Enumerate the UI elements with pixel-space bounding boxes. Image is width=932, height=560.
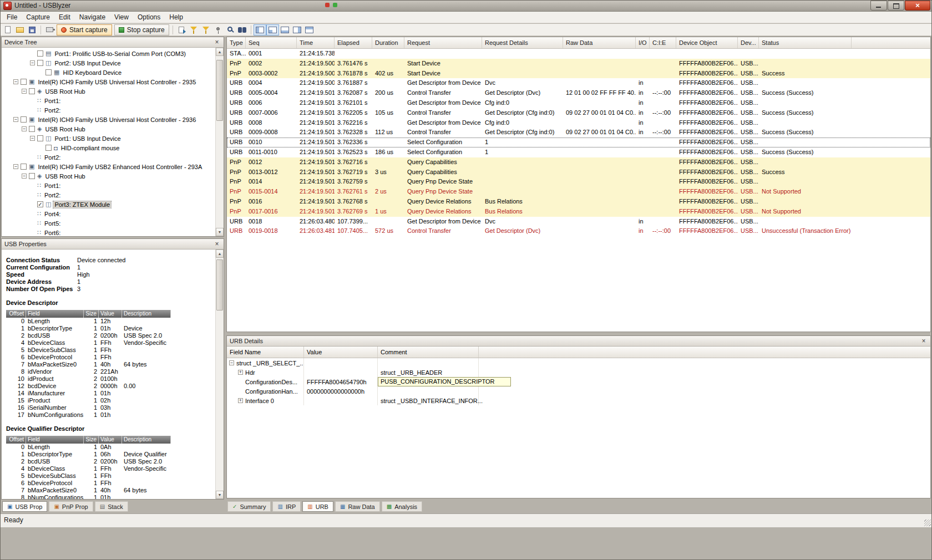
urb-expander-minus-icon[interactable]: −: [229, 360, 234, 365]
capture-row[interactable]: PnP0003-000221:24:19.5003.761878 s402 us…: [227, 69, 930, 79]
tree-expander-minus-icon[interactable]: −: [22, 89, 27, 94]
tab-stack[interactable]: ▤Stack: [95, 501, 128, 512]
maximize-button[interactable]: [888, 1, 904, 11]
usb-device-button[interactable]: [43, 24, 55, 35]
stop-capture-button[interactable]: Stop capture: [114, 24, 169, 35]
filter-button[interactable]: [200, 24, 212, 35]
menu-item-view[interactable]: View: [110, 12, 133, 23]
open-file-button[interactable]: [14, 24, 26, 35]
capture-row[interactable]: URB001821:26:03.480107.7399...Get Descri…: [227, 217, 930, 227]
column-header-status[interactable]: Status: [759, 37, 852, 48]
capture-row[interactable]: URB001021:24:19.5013.762336 sSelect Conf…: [227, 138, 930, 147]
tree-item-checkbox[interactable]: [29, 173, 35, 179]
capture-row[interactable]: URB000821:24:19.5013.762216 sGet Descrip…: [227, 118, 930, 128]
capture-row[interactable]: URB000421:24:19.5003.761887 sGet Descrip…: [227, 78, 930, 88]
tree-item[interactable]: ∷Port2:: [2, 152, 215, 162]
capture-row[interactable]: URB0005-000421:24:19.5013.762087 s200 us…: [227, 88, 930, 98]
column-header-duration[interactable]: Duration: [372, 37, 404, 48]
tree-item[interactable]: −◫Port1: USB Input Device: [2, 134, 215, 143]
tab-analysis[interactable]: ▩Analysis: [382, 501, 422, 512]
capture-row[interactable]: URB0011-001021:24:19.5013.762523 s186 us…: [227, 147, 930, 157]
capture-row[interactable]: PnP001421:24:19.5013.762759 sQuery Pnp D…: [227, 177, 930, 187]
new-file-button[interactable]: [2, 24, 14, 35]
tree-item[interactable]: ✓◫Port3: ZTEX Module: [2, 200, 215, 209]
tree-item-checkbox[interactable]: [45, 145, 52, 151]
pin-button[interactable]: [212, 24, 224, 35]
capture-row[interactable]: PnP001221:24:19.5013.762716 sQuery Capab…: [227, 157, 930, 167]
scroll-down-icon[interactable]: [216, 491, 224, 499]
scroll-thumb[interactable]: [216, 259, 223, 310]
tree-item-checkbox[interactable]: [21, 164, 27, 170]
column-header-i-o[interactable]: I/O: [636, 37, 650, 48]
tree-item-checkbox[interactable]: [45, 69, 52, 75]
start-capture-button[interactable]: Start capture: [57, 24, 112, 35]
urb-details-close-icon[interactable]: [920, 337, 928, 345]
column-header-comment[interactable]: Comment: [378, 347, 479, 358]
tab-urb[interactable]: ▥URB: [302, 501, 333, 512]
capture-row[interactable]: PnP0015-001421:24:19.5013.762761 s2 usQu…: [227, 187, 930, 197]
tree-item[interactable]: ∷Port6:: [2, 228, 215, 236]
filter-settings-button[interactable]: [188, 24, 200, 35]
capture-row[interactable]: URB0019-001821:26:03.481107.7405...572 u…: [227, 226, 930, 236]
tree-item[interactable]: ∷Port2:: [2, 190, 215, 200]
menu-item-file[interactable]: File: [2, 12, 22, 23]
urb-detail-row[interactable]: −struct _URB_SELECT_...: [227, 358, 930, 368]
urb-expander-plus-icon[interactable]: +: [238, 370, 243, 375]
tree-item-checkbox[interactable]: [37, 135, 43, 141]
capture-row[interactable]: URB0007-000621:24:19.5013.762205 s105 us…: [227, 108, 930, 118]
tree-item[interactable]: −▣Intel(R) ICH9 Family USB Universal Hos…: [2, 115, 215, 124]
urb-detail-row[interactable]: ConfigurationDes...FFFFFA8004654790hPUSB…: [227, 377, 930, 386]
column-header-field-name[interactable]: Field Name: [227, 347, 304, 358]
pane-toggle-details-button[interactable]: [279, 24, 291, 35]
save-button[interactable]: [26, 24, 38, 35]
column-header-time[interactable]: Time: [297, 37, 335, 48]
tab-summary[interactable]: ✓Summary: [227, 501, 271, 512]
capture-row[interactable]: STA...000121:24:15.738: [227, 49, 930, 59]
tree-expander-minus-icon[interactable]: −: [13, 164, 18, 169]
zoom-button[interactable]: [224, 24, 236, 35]
column-header-device-object[interactable]: Device Object: [676, 37, 738, 48]
capture-row[interactable]: URB000621:24:19.5013.762101 sGet Descrip…: [227, 98, 930, 108]
tree-item[interactable]: ∷Port4:: [2, 209, 215, 218]
column-header-request[interactable]: Request: [404, 37, 482, 48]
scroll-thumb[interactable]: [216, 60, 223, 121]
device-tree-scrollbar[interactable]: [215, 48, 224, 236]
capture-row[interactable]: PnP001621:24:19.5013.762768 sQuery Devic…: [227, 197, 930, 207]
tree-item[interactable]: ∷Port5:: [2, 218, 215, 228]
urb-detail-row[interactable]: +Hdrstruct _URB_HEADER: [227, 368, 930, 377]
tree-expander-minus-icon[interactable]: −: [22, 126, 27, 131]
capture-row[interactable]: PnP0013-001221:24:19.5013.762719 s3 usQu…: [227, 167, 930, 177]
urb-detail-row[interactable]: +Interface 0struct _USBD_INTERFACE_INFOR…: [227, 396, 930, 405]
tree-item-checkbox[interactable]: ✓: [37, 201, 43, 207]
tree-expander-minus-icon[interactable]: −: [13, 117, 18, 122]
capture-row[interactable]: PnP000221:24:19.5003.761476 sStart Devic…: [227, 59, 930, 69]
column-header-dev[interactable]: Dev...: [738, 37, 759, 48]
minimize-button[interactable]: [870, 1, 887, 11]
tree-item[interactable]: ▦HID Keyboard Device: [2, 68, 215, 77]
tree-expander-minus-icon[interactable]: −: [30, 136, 35, 141]
tree-expander-minus-icon[interactable]: −: [22, 174, 27, 179]
column-header-raw-data[interactable]: Raw Data: [563, 37, 636, 48]
column-header-elapsed[interactable]: Elapsed: [335, 37, 372, 48]
menu-item-help[interactable]: Help: [165, 12, 188, 23]
tree-item[interactable]: −▣Intel(R) ICH9 Family USB Universal Hos…: [2, 77, 215, 86]
column-header-seq[interactable]: Seq: [246, 37, 297, 48]
tree-item-checkbox[interactable]: [21, 79, 27, 85]
tree-item[interactable]: ▤Port1: Prolific USB-to-Serial Comm Port…: [2, 49, 215, 58]
scroll-up-icon[interactable]: [216, 250, 224, 258]
tree-item[interactable]: −◈USB Root Hub: [2, 86, 215, 96]
autoscroll-button[interactable]: [175, 24, 188, 35]
tree-item-checkbox[interactable]: [37, 60, 43, 66]
pane-toggle-analysis-button[interactable]: [303, 24, 316, 35]
capture-row[interactable]: PnP0017-001621:24:19.5013.762769 s1 usQu…: [227, 207, 930, 217]
tab-usb-prop[interactable]: ▣USB Prop: [2, 501, 47, 512]
tree-expander-minus-icon[interactable]: −: [13, 79, 18, 84]
usb-properties-scrollbar[interactable]: [215, 250, 224, 499]
column-header-request-details[interactable]: Request Details: [482, 37, 563, 48]
menu-item-navigate[interactable]: Navigate: [75, 12, 110, 23]
tree-item[interactable]: ◘HID-compliant mouse: [2, 143, 215, 152]
menu-item-options[interactable]: Options: [133, 12, 165, 23]
tree-item[interactable]: ∷Port1:: [2, 96, 215, 105]
urb-detail-row[interactable]: ConfigurationHan...0000000000000000h: [227, 386, 930, 396]
tree-item[interactable]: −◈USB Root Hub: [2, 124, 215, 134]
